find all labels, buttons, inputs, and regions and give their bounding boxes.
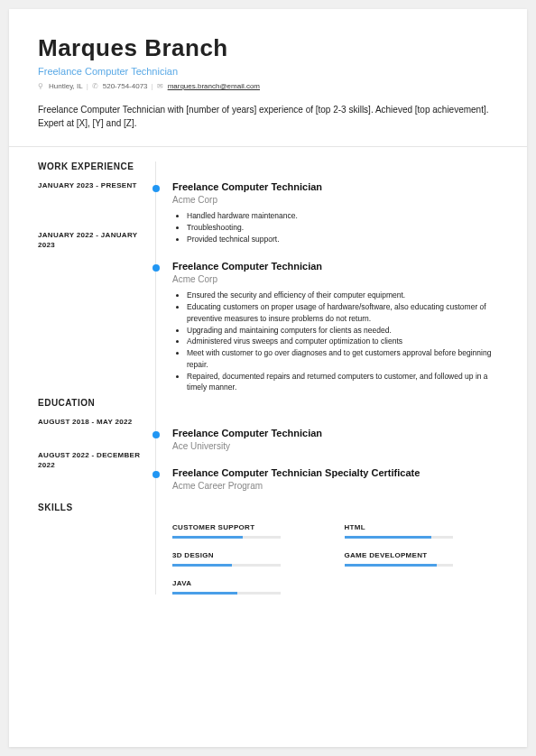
edu-date: AUGUST 2018 - MAY 2022 bbox=[38, 417, 155, 427]
edu-entry: Freelance Computer Technician Ace Univer… bbox=[172, 428, 498, 451]
resume-page: Marques Branch Freelance Computer Techni… bbox=[9, 9, 527, 747]
work-entry: Freelance Computer Technician Acme Corp … bbox=[172, 181, 498, 244]
entry-title: Freelance Computer Technician bbox=[172, 181, 498, 192]
bullet-icon bbox=[152, 471, 160, 478]
list-item: Meet with customer to go over diagnoses … bbox=[187, 347, 498, 371]
divider bbox=[9, 146, 527, 147]
skill-bar bbox=[345, 536, 453, 539]
right-column: Freelance Computer Technician Acme Corp … bbox=[155, 161, 498, 595]
content: WORK EXPERIENCE JANUARY 2023 - PRESENT J… bbox=[38, 161, 498, 595]
name: Marques Branch bbox=[38, 34, 498, 62]
entry-company: Acme Corp bbox=[172, 274, 498, 284]
skill-name: JAVA bbox=[172, 579, 327, 587]
summary: Freelance Computer Technician with [numb… bbox=[38, 103, 498, 130]
skill-item: HTML bbox=[345, 523, 499, 539]
header: Marques Branch Freelance Computer Techni… bbox=[38, 34, 498, 130]
list-item: Upgrading and maintaining computers for … bbox=[187, 325, 498, 337]
location: Huntley, IL bbox=[49, 82, 83, 90]
skill-name: CUSTOMER SUPPORT bbox=[172, 523, 327, 531]
email-link[interactable]: marques.branch@email.com bbox=[168, 82, 260, 90]
phone: 520-754-4073 bbox=[103, 82, 148, 90]
location-icon: ⚲ bbox=[38, 82, 45, 90]
work-heading: WORK EXPERIENCE bbox=[38, 161, 155, 171]
left-column: WORK EXPERIENCE JANUARY 2023 - PRESENT J… bbox=[38, 161, 155, 595]
entry-title: Freelance Computer Technician Specialty … bbox=[172, 467, 498, 478]
list-item: Provided technical support. bbox=[187, 234, 498, 245]
skill-item: GAME DEVELOPMENT bbox=[345, 551, 499, 567]
skill-bar bbox=[172, 536, 281, 539]
entry-company: Acme Corp bbox=[172, 195, 498, 205]
list-item: Educating customers on proper usage of h… bbox=[187, 301, 498, 325]
job-title: Freelance Computer Technician bbox=[38, 66, 498, 77]
entry-title: Freelance Computer Technician bbox=[172, 261, 498, 272]
bullet-icon bbox=[152, 264, 160, 272]
skill-name: GAME DEVELOPMENT bbox=[345, 551, 499, 559]
education-heading: EDUCATION bbox=[38, 398, 155, 408]
contact-info: ⚲ Huntley, IL | ✆ 520-754-4073 | ✉ marqu… bbox=[38, 82, 498, 90]
work-date: JANUARY 2022 - JANUARY 2023 bbox=[38, 230, 155, 250]
edu-entry: Freelance Computer Technician Specialty … bbox=[172, 467, 498, 491]
work-entry: Freelance Computer Technician Acme Corp … bbox=[172, 261, 498, 393]
list-item: Handled hardware maintenance. bbox=[187, 210, 498, 222]
bullet-icon bbox=[152, 431, 160, 438]
skill-fill bbox=[172, 592, 237, 595]
skill-name: 3D DESIGN bbox=[172, 551, 327, 559]
skill-name: HTML bbox=[345, 523, 499, 531]
skill-item: 3D DESIGN bbox=[172, 551, 327, 567]
skill-item: CUSTOMER SUPPORT bbox=[172, 523, 327, 539]
skill-fill bbox=[345, 536, 431, 539]
skill-bar bbox=[172, 564, 281, 567]
phone-icon: ✆ bbox=[92, 82, 99, 90]
entry-title: Freelance Computer Technician bbox=[172, 428, 498, 438]
list-item: Administered virus sweeps and computer o… bbox=[187, 336, 498, 347]
skill-bar bbox=[345, 564, 453, 567]
entry-points: Ensured the security and efficiency of t… bbox=[172, 290, 498, 393]
list-item: Repaired, documented repairs and returne… bbox=[187, 371, 498, 394]
entry-school: Ace University bbox=[172, 441, 498, 451]
bullet-icon bbox=[152, 185, 160, 192]
skill-item: JAVA bbox=[172, 579, 327, 595]
skills-grid: CUSTOMER SUPPORTHTML3D DESIGNGAME DEVELO… bbox=[172, 523, 498, 595]
list-item: Troubleshooting. bbox=[187, 222, 498, 234]
skill-fill bbox=[345, 564, 437, 567]
work-date: JANUARY 2023 - PRESENT bbox=[38, 180, 155, 190]
skill-fill bbox=[172, 564, 232, 567]
skills-heading: SKILLS bbox=[38, 502, 155, 512]
email-icon: ✉ bbox=[157, 82, 164, 90]
skill-fill bbox=[172, 536, 243, 539]
skill-bar bbox=[172, 592, 281, 595]
entry-school: Acme Career Program bbox=[172, 481, 498, 491]
edu-date: AUGUST 2022 - DECEMBER 2022 bbox=[38, 450, 155, 470]
entry-points: Handled hardware maintenance. Troublesho… bbox=[172, 210, 498, 244]
list-item: Ensured the security and efficiency of t… bbox=[187, 290, 498, 301]
